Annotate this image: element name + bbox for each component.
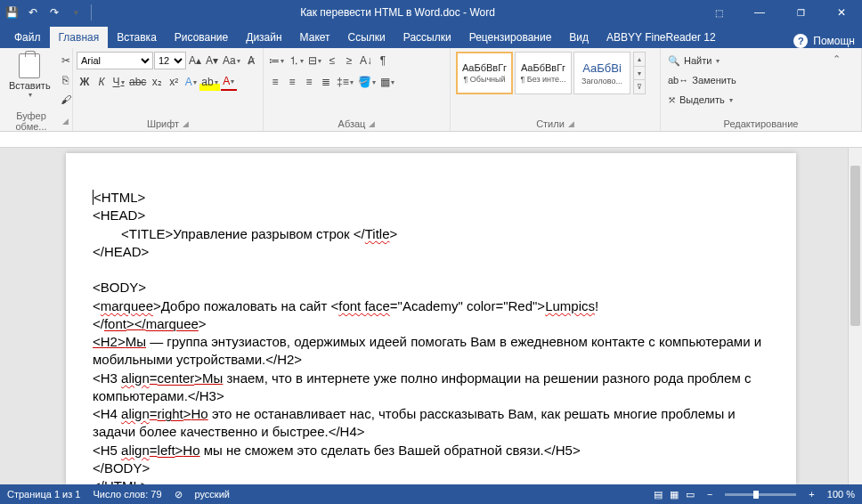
shading-icon[interactable]: 🪣▾: [356, 73, 378, 91]
subscript-button[interactable]: x₂: [149, 73, 165, 91]
launcher-icon[interactable]: ◢: [568, 119, 574, 128]
tab-home[interactable]: Главная: [50, 27, 109, 48]
group-paragraph: ≔▾ ⒈▾ ⊟▾ ≤ ≥ A↓ ¶ ≡ ≡ ≡ ≣ ‡≡▾ 🪣▾ ▦▾ Абза…: [264, 48, 451, 131]
find-button[interactable]: 🔍Найти▾: [664, 52, 723, 69]
read-mode-icon[interactable]: ▤: [654, 489, 663, 500]
tab-layout[interactable]: Макет: [291, 27, 339, 48]
tab-review[interactable]: Рецензирование: [460, 27, 561, 48]
grow-font-icon[interactable]: A▴: [187, 52, 203, 69]
proofing-icon[interactable]: ⊘: [175, 489, 183, 500]
multilevel-icon[interactable]: ⊟▾: [306, 52, 323, 69]
quick-access-toolbar: 💾 ↶ ↷ ▼: [0, 4, 97, 20]
qat-dropdown-icon[interactable]: ▼: [68, 4, 84, 20]
font-color-icon[interactable]: A▾: [221, 73, 237, 91]
numbering-icon[interactable]: ⒈▾: [287, 52, 305, 69]
align-left-icon[interactable]: ≡: [267, 73, 283, 91]
tab-file[interactable]: Файл: [5, 27, 50, 48]
help-icon[interactable]: ?: [793, 34, 808, 48]
clipboard-group-label: Буфер обме...: [4, 110, 59, 132]
cursor-icon: ⤱: [668, 94, 676, 106]
page[interactable]: <HTML> <HEAD> <TITLE>Управление разрывом…: [66, 153, 796, 484]
tab-draw[interactable]: Рисование: [166, 27, 237, 48]
increase-indent-icon[interactable]: ≥: [341, 52, 357, 69]
scroll-thumb[interactable]: [850, 166, 860, 326]
select-button[interactable]: ⤱Выделить▾: [664, 91, 736, 109]
paste-button[interactable]: Вставить ▾: [4, 50, 56, 102]
font-name-select[interactable]: Arial: [77, 52, 153, 69]
styles-gallery[interactable]: АаБбВвГг ¶ Обычный АаБбВвГг ¶ Без инте..…: [454, 50, 647, 96]
ribbon-display-icon[interactable]: ⬚: [698, 0, 739, 25]
clear-format-icon[interactable]: A̷: [243, 52, 259, 69]
launcher-icon[interactable]: ◢: [369, 119, 375, 128]
close-button[interactable]: ✕: [821, 0, 862, 25]
ruler[interactable]: [0, 132, 862, 148]
save-icon[interactable]: 💾: [4, 4, 20, 20]
borders-icon[interactable]: ▦▾: [378, 73, 396, 91]
justify-icon[interactable]: ≣: [318, 73, 334, 91]
style-heading[interactable]: АаБбВі Заголово...: [573, 52, 630, 94]
minimize-button[interactable]: —: [739, 0, 780, 25]
replace-button[interactable]: ab↔Заменить: [664, 71, 740, 89]
paste-label: Вставить: [9, 80, 51, 91]
strike-button[interactable]: abc: [127, 73, 148, 91]
document-area: <HTML> <HEAD> <TITLE>Управление разрывом…: [0, 148, 862, 484]
tab-design[interactable]: Дизайн: [237, 27, 290, 48]
zoom-level[interactable]: 100 %: [827, 489, 855, 500]
align-center-icon[interactable]: ≡: [284, 73, 300, 91]
web-layout-icon[interactable]: ▭: [686, 489, 695, 500]
launcher-icon[interactable]: ◢: [62, 117, 69, 126]
page-number[interactable]: Страница 1 из 1: [7, 489, 80, 500]
vertical-scrollbar[interactable]: [848, 148, 862, 484]
search-icon: 🔍: [668, 55, 680, 67]
undo-icon[interactable]: ↶: [25, 4, 41, 20]
bold-button[interactable]: Ж: [77, 73, 93, 91]
italic-button[interactable]: К: [94, 73, 110, 91]
redo-icon[interactable]: ↷: [46, 4, 62, 20]
editing-group-label: Редактирование: [724, 118, 799, 129]
cut-icon[interactable]: ✂: [58, 52, 74, 69]
print-layout-icon[interactable]: ▦: [670, 489, 679, 500]
document-text[interactable]: <HTML> <HEAD> <TITLE>Управление разрывом…: [93, 189, 769, 484]
language[interactable]: русский: [195, 489, 230, 500]
launcher-icon[interactable]: ◢: [183, 119, 189, 128]
group-styles: АаБбВвГг ¶ Обычный АаБбВвГг ¶ Без инте..…: [451, 48, 661, 131]
show-marks-icon[interactable]: ¶: [375, 52, 391, 69]
format-painter-icon[interactable]: 🖌: [58, 91, 74, 109]
sort-icon[interactable]: A↓: [358, 52, 374, 69]
gallery-scroll[interactable]: ▴▾⊽: [633, 52, 646, 94]
zoom-out-button[interactable]: −: [707, 489, 712, 500]
text-effects-icon[interactable]: A▾: [183, 73, 199, 91]
copy-icon[interactable]: ⎘: [58, 71, 74, 89]
font-group-label: Шрифт: [147, 118, 179, 129]
tell-me-label[interactable]: Помощн: [813, 35, 855, 47]
bullets-icon[interactable]: ≔▾: [267, 52, 286, 69]
superscript-button[interactable]: x²: [166, 73, 182, 91]
tab-insert[interactable]: Вставка: [108, 27, 166, 48]
shrink-font-icon[interactable]: A▾: [204, 52, 220, 69]
highlight-icon[interactable]: ab▾: [199, 73, 219, 91]
decrease-indent-icon[interactable]: ≤: [324, 52, 340, 69]
change-case-icon[interactable]: Aa▾: [221, 52, 242, 69]
collapse-ribbon-icon[interactable]: ⌃: [829, 52, 844, 67]
window-controls: ⬚ — ❐ ✕: [698, 0, 862, 25]
font-size-select[interactable]: 12: [154, 52, 186, 69]
zoom-in-button[interactable]: +: [809, 489, 814, 500]
zoom-slider[interactable]: [725, 493, 796, 496]
status-bar: Страница 1 из 1 Число слов: 79 ⊘ русский…: [0, 484, 862, 504]
tab-view[interactable]: Вид: [560, 27, 598, 48]
line-spacing-icon[interactable]: ‡≡▾: [335, 73, 355, 91]
group-clipboard: Вставить ▾ ✂ ⎘ 🖌 Буфер обме...◢: [0, 48, 73, 131]
ribbon: Вставить ▾ ✂ ⎘ 🖌 Буфер обме...◢ Arial 12…: [0, 48, 862, 132]
align-right-icon[interactable]: ≡: [301, 73, 317, 91]
restore-button[interactable]: ❐: [780, 0, 821, 25]
title-bar: 💾 ↶ ↷ ▼ Как перевести HTML в Word.doc - …: [0, 0, 862, 25]
style-nospacing[interactable]: АаБбВвГг ¶ Без инте...: [515, 52, 572, 94]
style-normal[interactable]: АаБбВвГг ¶ Обычный: [456, 52, 513, 94]
tab-mailings[interactable]: Рассылки: [394, 27, 460, 48]
word-count[interactable]: Число слов: 79: [93, 489, 161, 500]
underline-button[interactable]: Ч▾: [110, 73, 126, 91]
ribbon-tabs: Файл Главная Вставка Рисование Дизайн Ма…: [0, 25, 862, 48]
tab-abbyy[interactable]: ABBYY FineReader 12: [598, 27, 725, 48]
tab-references[interactable]: Ссылки: [339, 27, 394, 48]
view-buttons: ▤ ▦ ▭: [654, 489, 695, 500]
